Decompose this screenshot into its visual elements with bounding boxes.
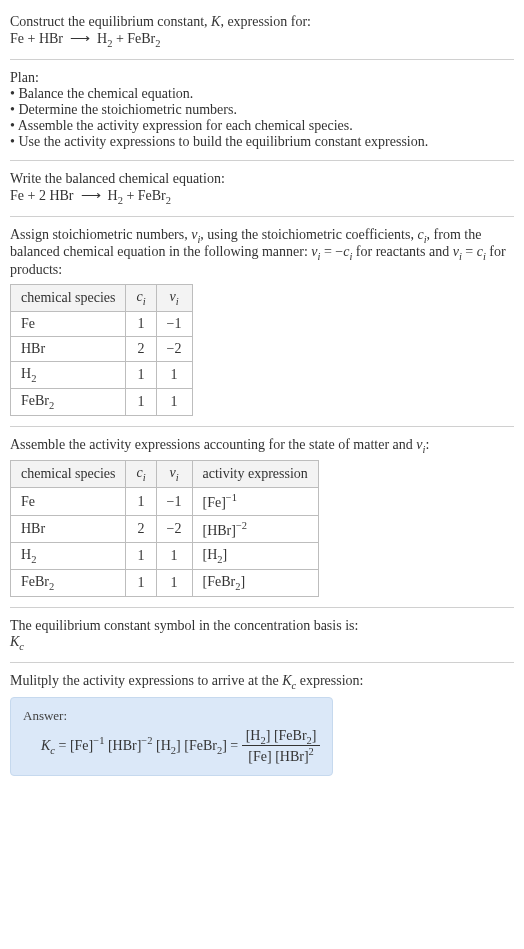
cell-species: H2 (11, 543, 126, 570)
stoich-section: Assign stoichiometric numbers, νi, using… (10, 221, 514, 422)
table-row: FeBr2 1 1 [FeBr2] (11, 570, 319, 597)
plan-item-1: Balance the chemical equation. (18, 86, 193, 101)
prompt-text-1: Construct the equilibrium constant, (10, 14, 211, 29)
table-row: H2 1 1 [H2] (11, 543, 319, 570)
cell-c: 1 (126, 488, 156, 516)
plan-title: Plan: (10, 70, 39, 85)
answer-box: Answer: Kc = [Fe]−1 [HBr]−2 [H2] [FeBr2]… (10, 697, 333, 776)
col-activity: activity expression (192, 461, 318, 488)
stoich-intro: Assign stoichiometric numbers, νi, using… (10, 227, 506, 278)
st-a: Assign stoichiometric numbers, (10, 227, 191, 242)
eq-rhs-h: H (97, 31, 107, 46)
cell-nu: 1 (156, 570, 192, 597)
col-c: ci (126, 461, 156, 488)
stoich-table: chemical species ci νi Fe 1 −1 HBr 2 −2 … (10, 284, 193, 415)
answer-expression: Kc = [Fe]−1 [HBr]−2 [H2] [FeBr2] = [H2] … (23, 728, 320, 765)
bal-rhs-febr: + FeBr (123, 188, 166, 203)
balanced-equation: Fe + 2 HBr ⟶ H2 + FeBr2 (10, 188, 171, 203)
col-c: ci (126, 285, 156, 312)
cell-c: 1 (126, 361, 156, 388)
cell-nu: 1 (156, 543, 192, 570)
divider (10, 662, 514, 663)
cell-c: 1 (126, 311, 156, 336)
bal-rhs-h: H (108, 188, 118, 203)
multiply-section: Mulitply the activity expressions to arr… (10, 667, 514, 782)
cell-species: HBr (11, 336, 126, 361)
cell-nu: −1 (156, 311, 192, 336)
col-species: chemical species (11, 285, 126, 312)
cell-c: 1 (126, 388, 156, 415)
divider (10, 607, 514, 608)
answer-fraction: [H2] [FeBr2] [Fe] [HBr]2 (242, 728, 321, 765)
bal-rhs-febr-sub: 2 (166, 195, 171, 206)
eq-lhs: Fe + HBr (10, 31, 63, 46)
st-eq1: = − (320, 244, 343, 259)
prompt-section: Construct the equilibrium constant, K, e… (10, 8, 514, 55)
symbol-Kc: Kc (10, 634, 24, 649)
cell-c: 1 (126, 543, 156, 570)
activity-intro: Assemble the activity expressions accoun… (10, 437, 429, 452)
cell-activity: [HBr]−2 (192, 515, 318, 543)
cell-activity: [FeBr2] (192, 570, 318, 597)
prompt-K: K (211, 14, 220, 29)
activity-table: chemical species ci νi activity expressi… (10, 460, 319, 597)
cell-species: Fe (11, 488, 126, 516)
col-nu: νi (156, 461, 192, 488)
st-b: , using the stoichiometric coefficients, (200, 227, 417, 242)
cell-activity: [H2] (192, 543, 318, 570)
table-header-row: chemical species ci νi (11, 285, 193, 312)
divider (10, 216, 514, 217)
plan-section: Plan: • Balance the chemical equation. •… (10, 64, 514, 156)
activity-section: Assemble the activity expressions accoun… (10, 431, 514, 604)
eq-rhs-febr: + FeBr (112, 31, 155, 46)
cell-species: FeBr2 (11, 570, 126, 597)
fraction-numerator: [H2] [FeBr2] (242, 728, 321, 747)
answer-label: Answer: (23, 708, 320, 724)
fraction-denominator: [Fe] [HBr]2 (242, 746, 321, 765)
divider (10, 59, 514, 60)
symbol-line: The equilibrium constant symbol in the c… (10, 618, 358, 633)
cell-c: 2 (126, 336, 156, 361)
prompt-text-2: , expression for: (220, 14, 311, 29)
divider (10, 426, 514, 427)
balanced-title: Write the balanced chemical equation: (10, 171, 225, 186)
cell-nu: 1 (156, 388, 192, 415)
balanced-section: Write the balanced chemical equation: Fe… (10, 165, 514, 212)
table-row: HBr 2 −2 [HBr]−2 (11, 515, 319, 543)
table-row: H2 1 1 (11, 361, 193, 388)
cell-species: FeBr2 (11, 388, 126, 415)
plan-item-2: Determine the stoichiometric numbers. (18, 102, 237, 117)
cell-species: HBr (11, 515, 126, 543)
table-header-row: chemical species ci νi activity expressi… (11, 461, 319, 488)
cell-c: 2 (126, 515, 156, 543)
arrow-icon: ⟶ (81, 188, 101, 203)
table-row: Fe 1 −1 [Fe]−1 (11, 488, 319, 516)
act-a: Assemble the activity expressions accoun… (10, 437, 416, 452)
plan-item-3: Assemble the activity expression for eac… (18, 118, 353, 133)
st-d: for reactants and (352, 244, 452, 259)
table-row: Fe 1 −1 (11, 311, 193, 336)
arrow-icon: ⟶ (70, 31, 90, 46)
multiply-line: Mulitply the activity expressions to arr… (10, 673, 363, 688)
act-b: : (425, 437, 429, 452)
cell-nu: 1 (156, 361, 192, 388)
cell-nu: −1 (156, 488, 192, 516)
st-eq2: = (462, 244, 477, 259)
cell-species: Fe (11, 311, 126, 336)
col-species: chemical species (11, 461, 126, 488)
table-row: HBr 2 −2 (11, 336, 193, 361)
divider (10, 160, 514, 161)
col-nu: νi (156, 285, 192, 312)
plan-item-4: Use the activity expressions to build th… (18, 134, 428, 149)
eq-rhs-febr-sub: 2 (155, 38, 160, 49)
symbol-section: The equilibrium constant symbol in the c… (10, 612, 514, 658)
cell-c: 1 (126, 570, 156, 597)
bal-lhs: Fe + 2 HBr (10, 188, 74, 203)
table-row: FeBr2 1 1 (11, 388, 193, 415)
cell-nu: −2 (156, 336, 192, 361)
cell-species: H2 (11, 361, 126, 388)
cell-activity: [Fe]−1 (192, 488, 318, 516)
unbalanced-equation: Fe + HBr ⟶ H2 + FeBr2 (10, 31, 161, 46)
cell-nu: −2 (156, 515, 192, 543)
